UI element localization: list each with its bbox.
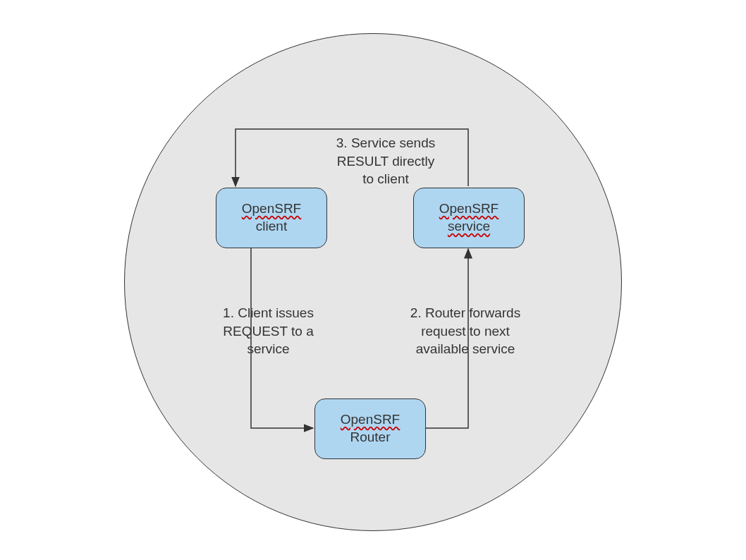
step2-line3: available service [416, 341, 515, 356]
step2-line2: request to next [421, 324, 510, 339]
step3-line1: 3. Service sends [336, 135, 435, 150]
node-client-line2: client [256, 218, 287, 236]
node-service-line1: OpenSRF [439, 200, 499, 218]
node-opensrf-service: OpenSRF service [413, 188, 525, 248]
diagram-canvas: OpenSRF client OpenSRF service OpenSRF R… [0, 0, 746, 560]
node-client-line1: OpenSRF [242, 200, 301, 218]
step3-line3: to client [362, 171, 408, 186]
node-router-line1: OpenSRF [341, 411, 400, 429]
step2-line1: 2. Router forwards [410, 305, 520, 320]
step1-line3: service [247, 341, 289, 356]
step1-line2: REQUEST to a [223, 324, 313, 339]
step3-line2: RESULT directly [337, 154, 435, 169]
node-opensrf-router: OpenSRF Router [314, 398, 426, 459]
edge-label-step3: 3. Service sends RESULT directly to clie… [305, 134, 467, 188]
edge-label-step2: 2. Router forwards request to next avail… [391, 304, 539, 358]
node-router-line2: Router [350, 429, 390, 446]
node-service-line2: service [448, 218, 490, 236]
edge-label-step1: 1. Client issues REQUEST to a service [200, 304, 337, 358]
step1-line1: 1. Client issues [223, 305, 314, 320]
node-opensrf-client: OpenSRF client [216, 188, 327, 248]
